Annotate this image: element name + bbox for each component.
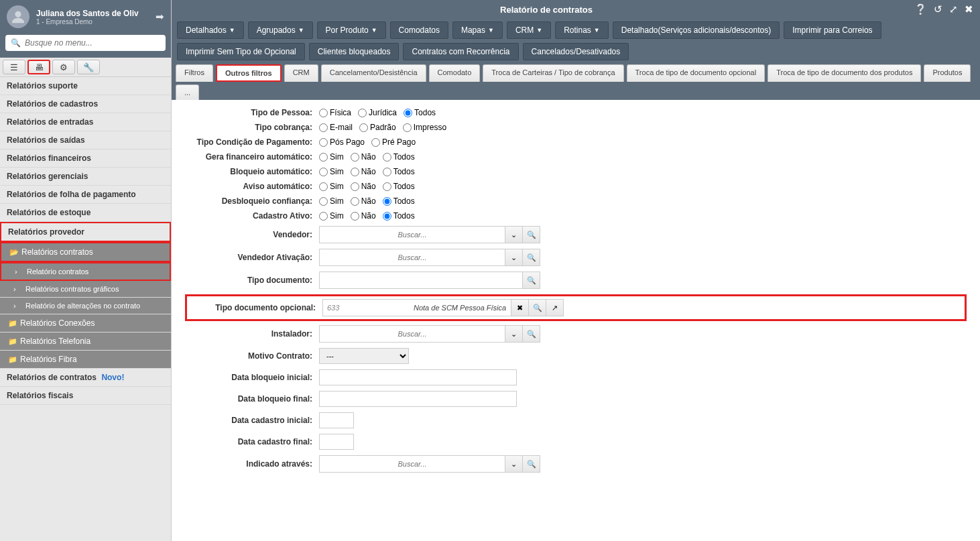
radio-tipo_cobranca-2[interactable]: Impresso bbox=[403, 123, 446, 132]
fullscreen-icon[interactable]: ⤢ bbox=[949, 3, 958, 15]
action-cancelados-desativados[interactable]: Cancelados/Desativados bbox=[523, 43, 629, 60]
radio-input[interactable] bbox=[319, 182, 328, 191]
instalador-field[interactable]: ⌄ 🔍 bbox=[319, 325, 540, 343]
nav-fiscais[interactable]: Relatórios fiscais bbox=[0, 387, 171, 405]
radio-gera_fin-1[interactable]: Não bbox=[351, 152, 376, 162]
indicado-input[interactable] bbox=[319, 455, 505, 473]
nav-relatorios-contratos[interactable]: 📂 Relatórios contratos bbox=[0, 242, 171, 262]
nav-contratos-graficos[interactable]: › Relatórios contratos gráficos bbox=[0, 281, 171, 298]
nav-saidas[interactable]: Relatórios de saídas bbox=[0, 131, 171, 149]
radio-input[interactable] bbox=[319, 168, 328, 176]
tab-outros-filtros[interactable]: Outros filtros bbox=[216, 64, 282, 82]
radio-aviso_auto-1[interactable]: Não bbox=[351, 182, 376, 191]
nav-alteracoes-contrato[interactable]: › Relatório de alterações no contrato bbox=[0, 298, 171, 314]
radio-input[interactable] bbox=[351, 197, 359, 206]
data-bloq-ini[interactable] bbox=[319, 369, 517, 385]
tab-filtros[interactable]: Filtros bbox=[176, 64, 213, 82]
tab-crm[interactable]: CRM bbox=[284, 64, 318, 82]
radio-tipo_pessoa-1[interactable]: Jurídica bbox=[358, 108, 397, 117]
action-detalhado-servi-os-adicionais-descontos-[interactable]: Detalhado(Serviços adicionais/descontos) bbox=[613, 21, 780, 39]
search-icon[interactable]: 🔍 bbox=[523, 325, 540, 343]
tipo-doc-opc-field[interactable]: ✖ 🔍 ↗ bbox=[322, 299, 564, 316]
chevron-down-icon[interactable]: ⌄ bbox=[505, 226, 523, 243]
radio-desbloq-2[interactable]: Todos bbox=[383, 196, 415, 206]
radio-input[interactable] bbox=[371, 138, 380, 147]
radio-input[interactable] bbox=[319, 123, 328, 132]
radio-input[interactable] bbox=[319, 138, 328, 147]
tab-produtos[interactable]: Produtos bbox=[924, 64, 971, 82]
tipo-doc-field[interactable]: 🔍 bbox=[319, 272, 540, 289]
nav-relatorio-contratos[interactable]: › Relatório contratos bbox=[0, 262, 171, 281]
radio-tipo_pessoa-0[interactable]: Física bbox=[319, 108, 351, 117]
search-icon[interactable]: 🔍 bbox=[523, 455, 540, 473]
nav-folha[interactable]: Relatórios de folha de pagamento bbox=[0, 186, 171, 204]
radio-cad_ativo-2[interactable]: Todos bbox=[383, 211, 415, 221]
radio-cad_ativo-0[interactable]: Sim bbox=[319, 211, 344, 221]
radio-gera_fin-0[interactable]: Sim bbox=[319, 152, 344, 162]
action-rotinas[interactable]: Rotinas▼ bbox=[555, 21, 609, 39]
open-icon[interactable]: ↗ bbox=[546, 299, 564, 316]
action-crm[interactable]: CRM▼ bbox=[507, 21, 551, 39]
help-icon[interactable]: ❔ bbox=[914, 3, 927, 15]
action-comodatos[interactable]: Comodatos bbox=[390, 21, 448, 39]
vend-ativ-input[interactable] bbox=[319, 249, 505, 266]
tab-cancelamento-desist-ncia[interactable]: Cancelamento/Desistência bbox=[321, 64, 426, 82]
action-por-produto[interactable]: Por Produto▼ bbox=[317, 21, 386, 39]
radio-input[interactable] bbox=[351, 182, 359, 191]
radio-input[interactable] bbox=[358, 109, 367, 117]
search-icon[interactable]: 🔍 bbox=[523, 272, 540, 289]
nav-contratos-novo[interactable]: Relatórios de contratos Novo! bbox=[0, 369, 171, 387]
search-icon[interactable]: 🔍 bbox=[523, 226, 540, 243]
tab-troca-de-tipo-de-documento-opcional[interactable]: Troca de tipo de documento opcional bbox=[627, 64, 765, 82]
action-mapas[interactable]: Mapas▼ bbox=[452, 21, 503, 39]
vendedor-field[interactable]: ⌄ 🔍 bbox=[319, 226, 540, 243]
radio-input[interactable] bbox=[351, 212, 359, 221]
tipo-doc-input[interactable] bbox=[319, 272, 523, 289]
action-clientes-bloqueados[interactable]: Clientes bloqueados bbox=[309, 43, 400, 60]
wrench-icon[interactable]: 🔧 bbox=[77, 60, 100, 74]
data-cad-fim[interactable] bbox=[319, 434, 354, 450]
search-icon[interactable]: 🔍 bbox=[529, 299, 546, 316]
radio-bloq_auto-0[interactable]: Sim bbox=[319, 167, 344, 176]
chevron-down-icon[interactable]: ⌄ bbox=[505, 455, 523, 473]
tipo-doc-opc-desc[interactable] bbox=[410, 299, 511, 316]
action-detalhados[interactable]: Detalhados▼ bbox=[177, 21, 244, 39]
radio-input[interactable] bbox=[319, 153, 328, 162]
motivo-select[interactable]: --- bbox=[319, 348, 409, 364]
action-contratos-com-recorr-ncia[interactable]: Contratos com Recorrência bbox=[403, 43, 518, 60]
radio-input[interactable] bbox=[319, 109, 328, 117]
radio-tipo_cond-0[interactable]: Pós Pago bbox=[319, 137, 365, 147]
radio-aviso_auto-2[interactable]: Todos bbox=[383, 182, 415, 191]
radio-tipo_pessoa-2[interactable]: Todos bbox=[404, 108, 436, 117]
radio-tipo_cobranca-1[interactable]: Padrão bbox=[359, 123, 396, 132]
radio-input[interactable] bbox=[319, 212, 328, 221]
radio-cad_ativo-1[interactable]: Não bbox=[351, 211, 376, 221]
action-imprimir-para-correios[interactable]: Imprimir para Correios bbox=[784, 21, 881, 39]
action-imprimir-sem-tipo-de-opcional[interactable]: Imprimir Sem Tipo de Opcional bbox=[177, 43, 305, 60]
radio-desbloq-0[interactable]: Sim bbox=[319, 196, 344, 206]
search-input[interactable] bbox=[25, 38, 160, 48]
radio-input[interactable] bbox=[351, 168, 359, 176]
action-agrupados[interactable]: Agrupados▼ bbox=[248, 21, 313, 39]
radio-tipo_cobranca-0[interactable]: E-mail bbox=[319, 123, 353, 132]
print-icon[interactable]: 🖶 bbox=[27, 60, 50, 74]
history-icon[interactable]: ↺ bbox=[934, 3, 942, 15]
radio-input[interactable] bbox=[383, 168, 391, 176]
radio-input[interactable] bbox=[319, 197, 328, 206]
nav-telefonia[interactable]: 📁 Relatórios Telefonia bbox=[0, 333, 171, 351]
logout-icon[interactable]: ➡ bbox=[156, 11, 164, 23]
radio-input[interactable] bbox=[383, 182, 391, 191]
radio-gera_fin-2[interactable]: Todos bbox=[383, 152, 415, 162]
radio-tipo_cond-1[interactable]: Pré Pago bbox=[371, 137, 416, 147]
nav-cadastros[interactable]: Relatórios de cadastros bbox=[0, 95, 171, 113]
radio-input[interactable] bbox=[383, 212, 391, 221]
gears-icon[interactable]: ⚙ bbox=[52, 60, 75, 74]
tab-troca-de-carteiras-tipo-de-cobran-a[interactable]: Troca de Carteiras / Tipo de cobrança bbox=[483, 64, 623, 82]
nav-entradas[interactable]: Relatórios de entradas bbox=[0, 113, 171, 131]
radio-aviso_auto-0[interactable]: Sim bbox=[319, 182, 344, 191]
radio-input[interactable] bbox=[383, 153, 391, 162]
clear-icon[interactable]: ✖ bbox=[511, 299, 529, 316]
indicado-field[interactable]: ⌄ 🔍 bbox=[319, 455, 540, 473]
radio-input[interactable] bbox=[403, 123, 412, 132]
tab-troca-de-tipo-de-documento-dos-produtos[interactable]: Troca de tipo de documento dos produtos bbox=[768, 64, 921, 82]
